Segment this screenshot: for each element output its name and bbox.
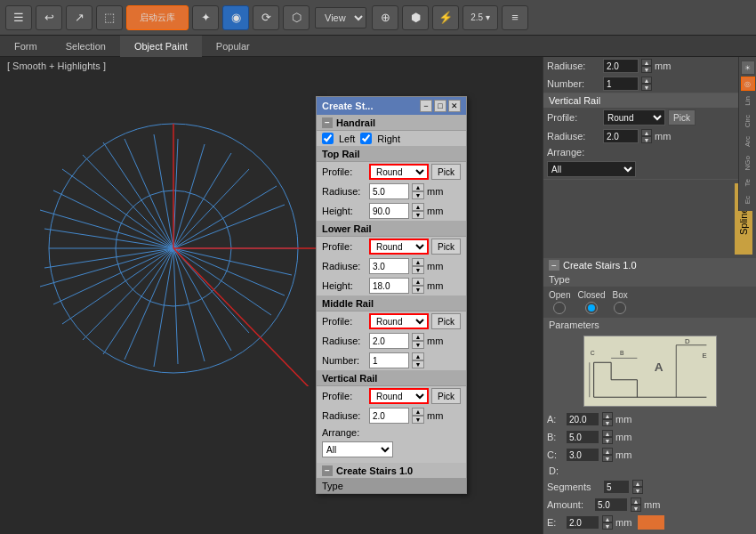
left-checkbox[interactable]: [322, 133, 334, 144]
settings-btn[interactable]: 2.5 ▾: [462, 5, 498, 30]
rp-vr-pick-btn[interactable]: Pick: [668, 109, 696, 125]
view-dropdown[interactable]: View: [315, 7, 366, 28]
nav-object-paint[interactable]: Object Paint: [120, 36, 202, 57]
rp-radiuse-spinner[interactable]: ▲ ▼: [641, 59, 652, 73]
middle-rail-profile-select[interactable]: Round: [369, 313, 429, 329]
rotate-btn[interactable]: ⟳: [253, 5, 279, 30]
lower-rail-height-spinner[interactable]: ▲ ▼: [412, 278, 424, 294]
rp-vr-arrange-select[interactable]: All None Odd Even: [547, 161, 636, 177]
rp-vr-radiuse-down[interactable]: ▼: [641, 136, 652, 143]
dialog-maximize-btn[interactable]: □: [434, 100, 446, 112]
middle-rail-radius-spinner[interactable]: ▲ ▼: [412, 333, 424, 349]
rp-segments-down[interactable]: ▼: [632, 487, 643, 494]
rp-number-down[interactable]: ▼: [641, 84, 652, 91]
vertical-rail-radius-down[interactable]: ▼: [412, 416, 424, 424]
top-rail-pick-btn[interactable]: Pick: [431, 164, 461, 180]
nav-popular[interactable]: Popular: [202, 36, 264, 57]
rp-E-down[interactable]: ▼: [602, 522, 613, 530]
rp-stairs-collapse-btn[interactable]: −: [549, 260, 559, 271]
render-btn[interactable]: ⚡: [432, 5, 459, 30]
select-btn[interactable]: ↗: [66, 5, 92, 30]
rp-open-radio[interactable]: [553, 302, 566, 314]
rp-A-spinner[interactable]: ▲ ▼: [602, 412, 613, 426]
rp-C-input[interactable]: [566, 448, 599, 462]
rect-select-btn[interactable]: ⬚: [96, 5, 123, 30]
nav-form[interactable]: Form: [0, 36, 52, 57]
right-checkbox[interactable]: [360, 133, 372, 144]
rp-vr-profile-select[interactable]: Round: [603, 109, 665, 125]
rp-E-spinner[interactable]: ▲ ▼: [602, 515, 613, 530]
rp-radiuse-input[interactable]: [603, 59, 639, 73]
rp-C-spinner[interactable]: ▲ ▼: [602, 448, 613, 462]
vertical-rail-radius-input[interactable]: [369, 408, 409, 424]
rp-number-input[interactable]: [603, 77, 639, 91]
lower-rail-radius-spinner[interactable]: ▲ ▼: [412, 258, 424, 274]
dialog-minimize-btn[interactable]: −: [420, 100, 432, 112]
rp-number-spinner[interactable]: ▲ ▼: [641, 77, 652, 91]
rp-B-spinner[interactable]: ▲ ▼: [602, 430, 613, 444]
vertical-rail-pick-btn[interactable]: Pick: [431, 388, 461, 404]
rp-closed-radio[interactable]: [585, 302, 598, 314]
undo-btn[interactable]: ↩: [36, 5, 62, 30]
rp-A-up[interactable]: ▲: [602, 412, 613, 419]
rp-A-input[interactable]: [566, 412, 599, 426]
rp-E-input[interactable]: [566, 515, 599, 530]
rp-segments-input[interactable]: [603, 480, 630, 494]
cloud-btn[interactable]: 启动云库: [126, 5, 189, 30]
lower-rail-radius-input[interactable]: [369, 258, 409, 274]
middle-rail-number-down[interactable]: ▼: [412, 360, 424, 368]
vertical-rail-radius-spinner[interactable]: ▲ ▼: [412, 408, 424, 424]
middle-rail-pick-btn[interactable]: Pick: [431, 313, 461, 329]
lower-rail-profile-select[interactable]: Round: [369, 239, 429, 255]
middle-rail-number-up[interactable]: ▲: [412, 352, 424, 360]
lower-rail-height-input[interactable]: [369, 278, 409, 294]
vertical-rail-arrange-select[interactable]: All None: [322, 441, 393, 457]
stairs-collapse-btn[interactable]: −: [322, 465, 333, 476]
dialog-close-btn[interactable]: ✕: [448, 100, 461, 112]
rp-radiuse-down[interactable]: ▼: [641, 66, 652, 73]
vertical-rail-radius-up[interactable]: ▲: [412, 408, 424, 416]
side-icon-1[interactable]: ☀: [741, 61, 755, 75]
middle-rail-number-spinner[interactable]: ▲ ▼: [412, 352, 424, 368]
rp-A-down[interactable]: ▼: [602, 419, 613, 426]
middle-rail-radius-down[interactable]: ▼: [412, 341, 424, 349]
rp-B-down[interactable]: ▼: [602, 437, 613, 444]
top-rail-height-input[interactable]: [369, 203, 409, 219]
rp-B-up[interactable]: ▲: [602, 430, 613, 437]
top-rail-radius-up[interactable]: ▲: [412, 183, 424, 191]
rp-C-down[interactable]: ▼: [602, 455, 613, 462]
rp-amount-input[interactable]: [594, 498, 628, 512]
snap-btn[interactable]: ⊕: [372, 5, 398, 30]
top-rail-radius-spinner[interactable]: ▲ ▼: [412, 183, 424, 199]
lower-rail-height-down[interactable]: ▼: [412, 286, 424, 294]
middle-rail-radius-up[interactable]: ▲: [412, 333, 424, 341]
rp-vr-radiuse-spinner[interactable]: ▲ ▼: [641, 129, 652, 143]
lower-rail-height-up[interactable]: ▲: [412, 278, 424, 286]
menu-btn[interactable]: ☰: [5, 5, 32, 30]
lower-rail-radius-down[interactable]: ▼: [412, 266, 424, 274]
rp-B-input[interactable]: [566, 430, 599, 444]
top-rail-height-up[interactable]: ▲: [412, 203, 424, 211]
lower-rail-pick-btn[interactable]: Pick: [431, 239, 461, 255]
rp-vr-radiuse-up[interactable]: ▲: [641, 129, 652, 136]
lower-rail-radius-up[interactable]: ▲: [412, 258, 424, 266]
vertical-rail-profile-select[interactable]: Round: [369, 388, 429, 404]
rp-number-up[interactable]: ▲: [641, 77, 652, 84]
poly-btn[interactable]: ⬡: [283, 5, 310, 30]
rp-C-up[interactable]: ▲: [602, 448, 613, 455]
rp-E-up[interactable]: ▲: [602, 515, 613, 522]
top-rail-profile-select[interactable]: Round: [369, 164, 429, 180]
move-btn[interactable]: ✦: [192, 5, 219, 30]
rp-amount-spinner[interactable]: ▲ ▼: [631, 498, 641, 512]
rp-segments-up[interactable]: ▲: [632, 480, 643, 487]
handrail-collapse-btn[interactable]: −: [322, 117, 333, 128]
top-rail-height-down[interactable]: ▼: [412, 211, 424, 219]
rp-vr-radiuse-input[interactable]: [603, 129, 639, 143]
nav-selection[interactable]: Selection: [52, 36, 120, 57]
top-rail-height-spinner[interactable]: ▲ ▼: [412, 203, 424, 219]
top-rail-radius-down[interactable]: ▼: [412, 191, 424, 199]
rp-amount-down[interactable]: ▼: [631, 505, 641, 512]
rp-amount-up[interactable]: ▲: [631, 498, 641, 505]
rp-segments-spinner[interactable]: ▲ ▼: [632, 480, 643, 494]
rp-radiuse-up[interactable]: ▲: [641, 59, 652, 66]
